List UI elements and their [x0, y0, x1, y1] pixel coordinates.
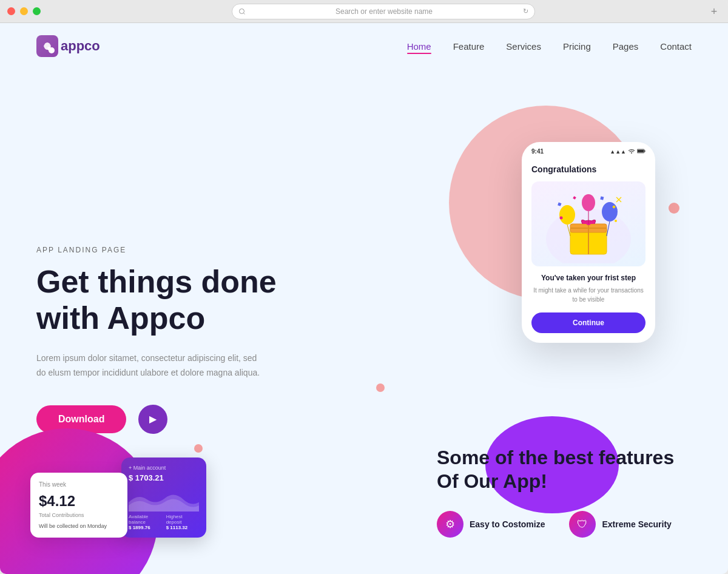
wifi-svg: [629, 149, 635, 154]
nav-services[interactable]: Services: [506, 41, 541, 52]
card-stats: Available balance $ 1899.76 Highest depo…: [129, 514, 199, 530]
phone-step-desc: It might take a while for your transacti…: [531, 286, 645, 304]
phone-statusbar: 9:41 ▲▲▲: [522, 142, 655, 158]
battery-icon: [637, 149, 645, 155]
wifi-icon: [629, 149, 635, 155]
feature-item-2: 🛡 Extreme Security: [569, 511, 671, 538]
feature-icon-2: 🛡: [569, 511, 596, 538]
feature-icon-1: ⚙: [437, 511, 463, 538]
dashboard-card-main: This week $4.12 Total Contributions Will…: [30, 473, 127, 538]
card-stat-1: Available balance $ 1899.76: [129, 514, 166, 530]
logo-icon: [36, 35, 58, 57]
svg-point-14: [602, 202, 618, 221]
phone-mockup: 9:41 ▲▲▲: [522, 142, 655, 343]
bottom-section: This week $4.12 Total Contributions Will…: [0, 404, 728, 574]
nav-home[interactable]: Home: [407, 41, 431, 52]
svg-rect-21: [600, 197, 604, 200]
minimize-button[interactable]: [20, 7, 28, 15]
dashboard-card-purple: + Main account $ 1703.21 Available balan…: [121, 458, 206, 538]
phone-illustration: [531, 181, 645, 266]
navbar: appco Home Feature Services Pricing Page…: [0, 23, 728, 69]
features-title: Some of the best features Of Our App!: [437, 446, 692, 493]
nav-feature[interactable]: Feature: [453, 41, 485, 52]
deco-circle-small-1: [669, 203, 679, 214]
phone-screen-title: Congratulations: [531, 164, 645, 174]
card-wave: [129, 487, 199, 512]
battery-svg: [637, 149, 645, 154]
signal-icon: ▲▲▲: [610, 149, 626, 155]
hero-subtitle: APP LANDING PAGE: [36, 246, 364, 254]
hero-title-line2: with Appco: [36, 300, 205, 336]
card-total-label: Total Contributions: [39, 512, 119, 518]
hero-description: Lorem ipsum dolor sitamet, consectetur a…: [36, 351, 267, 380]
svg-rect-20: [573, 196, 576, 199]
logo[interactable]: appco: [36, 35, 100, 57]
svg-point-12: [559, 205, 575, 225]
refresh-icon[interactable]: ↻: [523, 7, 528, 15]
deco-dot-1: [376, 383, 385, 392]
svg-rect-5: [638, 149, 644, 152]
svg-point-22: [560, 217, 563, 220]
svg-point-0: [239, 8, 244, 13]
card-purple-amount: $ 1703.21: [129, 473, 199, 482]
svg-line-24: [619, 197, 621, 200]
features-items: ⚙ Easy to Costomize 🛡 Extreme Security: [437, 511, 692, 538]
browser-titlebar: Search or enter website name ↻ +: [0, 0, 728, 23]
address-bar[interactable]: Search or enter website name ↻: [232, 4, 535, 19]
svg-point-2: [47, 47, 51, 50]
features-title-line2: Of Our App!: [437, 470, 547, 492]
svg-rect-18: [558, 202, 561, 206]
maximize-button[interactable]: [33, 7, 41, 15]
logo-text: appco: [61, 38, 100, 54]
feature-label-2: Extreme Security: [602, 519, 671, 529]
hero-title-line1: Get things done: [36, 264, 277, 299]
card-sub-text: Will be collected on Monday: [39, 523, 119, 529]
nav-pages[interactable]: Pages: [613, 41, 639, 52]
svg-point-23: [615, 220, 617, 222]
wave-svg: [129, 487, 199, 512]
svg-line-27: [616, 200, 619, 202]
dashboard-preview: This week $4.12 Total Contributions Will…: [0, 404, 255, 574]
feature-label-1: Easy to Costomize: [470, 519, 545, 529]
features-title-line1: Some of the best features: [437, 447, 674, 468]
close-button[interactable]: [7, 7, 15, 15]
celebration-svg: [540, 184, 637, 263]
svg-line-26: [616, 197, 619, 200]
svg-rect-4: [644, 150, 645, 152]
card-purple-label: + Main account: [129, 465, 199, 471]
phone-step-title: You've taken your frist step: [531, 274, 645, 282]
svg-line-1: [243, 13, 244, 14]
card-week-label: This week: [39, 481, 119, 488]
phone-icons: ▲▲▲: [610, 149, 645, 155]
phone-continue-button[interactable]: Continue: [531, 312, 645, 333]
hero-title: Get things done with Appco: [36, 264, 364, 337]
nav-contact[interactable]: Contact: [660, 41, 692, 52]
address-bar-placeholder: Search or enter website name: [249, 7, 519, 16]
svg-line-25: [619, 200, 621, 202]
card-stat-2: Highest deposit $ 1113.32: [166, 514, 199, 530]
new-tab-button[interactable]: +: [709, 6, 720, 17]
phone-screen-content: Congratulations: [522, 158, 655, 343]
phone-time: 9:41: [531, 148, 544, 155]
deco-dot-2: [194, 444, 203, 453]
logo-svg: [41, 40, 53, 52]
nav-pricing[interactable]: Pricing: [563, 41, 591, 52]
search-icon: [238, 8, 246, 15]
card-amount: $4.12: [39, 493, 119, 510]
feature-item-1: ⚙ Easy to Costomize: [437, 511, 545, 538]
svg-point-16: [582, 194, 595, 211]
nav-links: Home Feature Services Pricing Pages Cont…: [407, 41, 692, 52]
browser-window: Search or enter website name ↻ + appco H…: [0, 0, 728, 574]
features-section: Some of the best features Of Our App! ⚙ …: [437, 446, 692, 538]
website-content: appco Home Feature Services Pricing Page…: [0, 23, 728, 574]
